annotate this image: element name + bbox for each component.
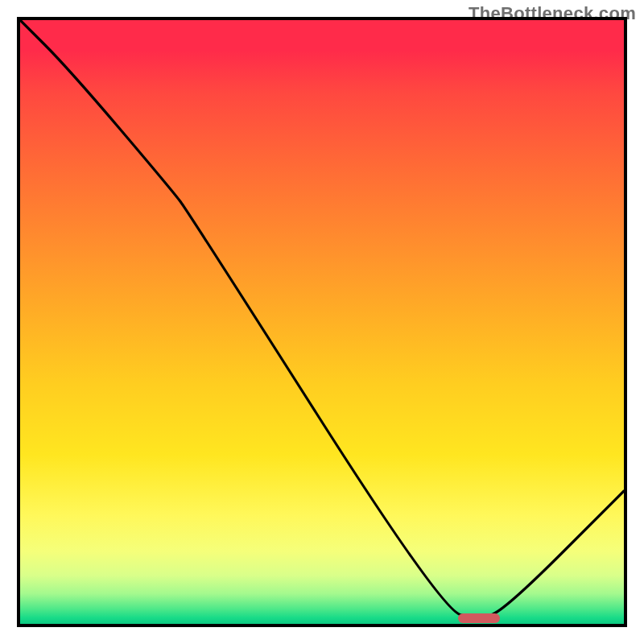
chart-container: TheBottleneck.com [0, 0, 644, 644]
optimal-marker [458, 613, 501, 623]
bottleneck-curve [20, 20, 624, 624]
curve-path [20, 20, 624, 617]
watermark-text: TheBottleneck.com [469, 3, 636, 24]
plot-area [20, 20, 624, 624]
axis-border-bottom [17, 624, 627, 627]
axis-border-left [17, 17, 20, 627]
axis-border-top [17, 17, 627, 20]
axis-border-right [624, 17, 627, 627]
